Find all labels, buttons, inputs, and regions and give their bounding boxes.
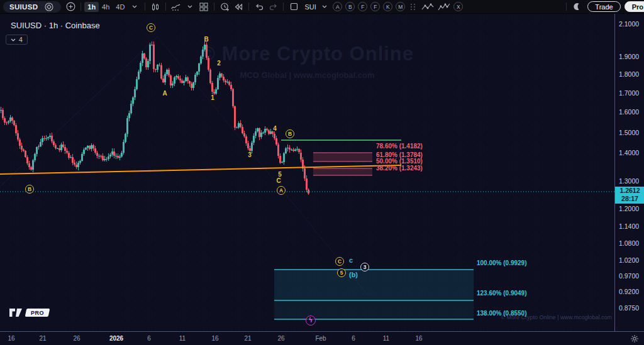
indicator-count: 4 — [19, 36, 23, 43]
time-axis-label: 26 — [267, 335, 295, 342]
pro-button[interactable]: Pro — [625, 1, 644, 12]
indicators-icon[interactable] — [170, 1, 182, 13]
layout-grid-icon[interactable] — [198, 1, 209, 13]
fullscreen-icon[interactable] — [288, 1, 299, 13]
toolbar-separator — [566, 3, 567, 11]
time-axis-label: 16 — [201, 335, 229, 342]
fib-retracement-zone — [313, 168, 372, 175]
timeframe-4h[interactable]: 4h — [99, 2, 113, 12]
symbol-label: SUIUSD — [9, 3, 38, 11]
price-axis-label: 1.6000 — [619, 108, 639, 116]
toolbar-letter-button-f[interactable]: F — [370, 2, 380, 11]
redo-icon[interactable] — [267, 1, 279, 13]
drag-handle-icon[interactable] — [411, 4, 416, 10]
tradingview-logo[interactable]: PRO — [9, 308, 49, 317]
price-axis-label: 1.7000 — [619, 89, 639, 97]
fib-retracement-zone — [313, 153, 372, 162]
price-axis-label: 1.9000 — [619, 53, 639, 60]
price-axis-label: 1.3000 — [619, 177, 639, 185]
fib-extension-zone — [274, 270, 474, 300]
compare-symbol-label[interactable]: SUI — [304, 3, 316, 11]
toolbar-separator — [248, 3, 249, 11]
toolbar-separator — [80, 3, 81, 11]
bar-countdown: 28:17 — [615, 195, 644, 203]
price-axis-label: 1.8000 — [619, 70, 639, 78]
time-axis-label: 16 — [0, 335, 25, 342]
price-axis-label: 1.4000 — [619, 149, 639, 156]
price-axis-label: 1.2000 — [619, 205, 639, 212]
wave-tool-letter-buttons: ABFFKM — [331, 2, 407, 11]
toolbar-separator — [145, 3, 145, 11]
toolbar-letter-button-m[interactable]: M — [396, 2, 405, 11]
last-price-value: 1.2612 — [615, 187, 644, 195]
chart-type-candles-icon[interactable] — [150, 1, 161, 13]
corner-watermark: © More Crypto Online | www.mcoglobal.com — [501, 314, 612, 320]
toolbar-separator — [283, 3, 284, 11]
top-toolbar: SUIUSD 1h 4h 4D — [0, 0, 644, 14]
price-axis-label: 0.8750 — [619, 304, 639, 312]
add-symbol-button[interactable] — [65, 1, 76, 13]
fib-extension-zone — [274, 300, 474, 319]
time-axis-label: 6 — [135, 335, 163, 342]
price-axis-label: 1.5000 — [619, 129, 639, 136]
toolbar-letter-button-f[interactable]: F — [358, 2, 367, 11]
settings-gear-icon[interactable] — [630, 334, 639, 345]
chart-area[interactable]: © More Crypto Online MCO Global | www.mc… — [0, 14, 614, 331]
time-axis[interactable]: 1621262026611162126Feb61116 — [0, 331, 644, 345]
price-axis-label: 1.0200 — [619, 256, 639, 264]
chart-legend[interactable]: SUIUSD · 1h · Coinbase — [11, 21, 100, 30]
time-axis-label: 21 — [29, 335, 57, 342]
price-axis-label: 1.1400 — [619, 222, 639, 230]
chevron-down-icon — [11, 38, 16, 41]
bar-replay-icon[interactable] — [233, 1, 244, 13]
indicator-group-toggle[interactable]: 4 — [6, 35, 28, 45]
candlestick-series — [0, 41, 309, 195]
price-axis-label: 1.0800 — [619, 239, 639, 247]
toolbar-separator — [165, 3, 166, 11]
toolbar-letter-button-b[interactable]: B — [345, 2, 355, 11]
elliott-wave-12345-icon[interactable] — [437, 1, 451, 13]
price-axis-label: 0.9700 — [619, 272, 639, 280]
undo-icon[interactable] — [253, 1, 265, 13]
toolbar-letter-button-k[interactable]: K — [383, 2, 392, 11]
price-axis[interactable]: 1.2612 28:17 2.10001.90001.80001.70001.6… — [614, 14, 644, 331]
timeframe-4d[interactable]: 4D — [113, 2, 128, 12]
tradingview-window: SUIUSD 1h 4h 4D — [0, 0, 644, 345]
last-price-badge: 1.2612 28:17 — [615, 187, 644, 204]
toolbar-separator — [214, 3, 214, 11]
pro-plan-badge: PRO — [25, 309, 50, 317]
elliott-wave-abc-icon[interactable] — [421, 1, 435, 13]
trade-button[interactable]: Trade — [587, 1, 620, 12]
time-axis-label: 26 — [63, 335, 91, 342]
time-axis-label: 2026 — [103, 335, 130, 342]
tradingview-mark-icon — [9, 308, 23, 317]
timeframe-menu-chevron[interactable] — [129, 1, 140, 13]
diamond-badge-icon — [43, 1, 55, 13]
close-tool-button[interactable]: X — [453, 2, 463, 11]
timeframe-1h[interactable]: 1h — [84, 2, 99, 12]
price-plot — [0, 14, 614, 331]
symbol-search-button[interactable]: SUIUSD — [3, 1, 61, 13]
theme-moon-icon[interactable] — [571, 1, 582, 13]
price-axis-label: 2.1000 — [619, 20, 639, 28]
alert-clock-icon[interactable] — [219, 1, 230, 13]
time-axis-label: 6 — [340, 335, 367, 342]
diagonal-guide-line — [157, 36, 368, 295]
indicators-menu-chevron[interactable] — [184, 1, 196, 13]
time-axis-label: 11 — [372, 335, 400, 342]
time-axis-label: 11 — [169, 335, 196, 342]
time-axis-label: 16 — [405, 335, 433, 342]
price-axis-label: 0.9200 — [619, 288, 639, 295]
compare-menu-chevron[interactable] — [319, 1, 330, 13]
time-axis-label: 21 — [234, 335, 262, 342]
toolbar-letter-button-a[interactable]: A — [333, 2, 342, 11]
time-axis-label: Feb — [307, 335, 335, 342]
